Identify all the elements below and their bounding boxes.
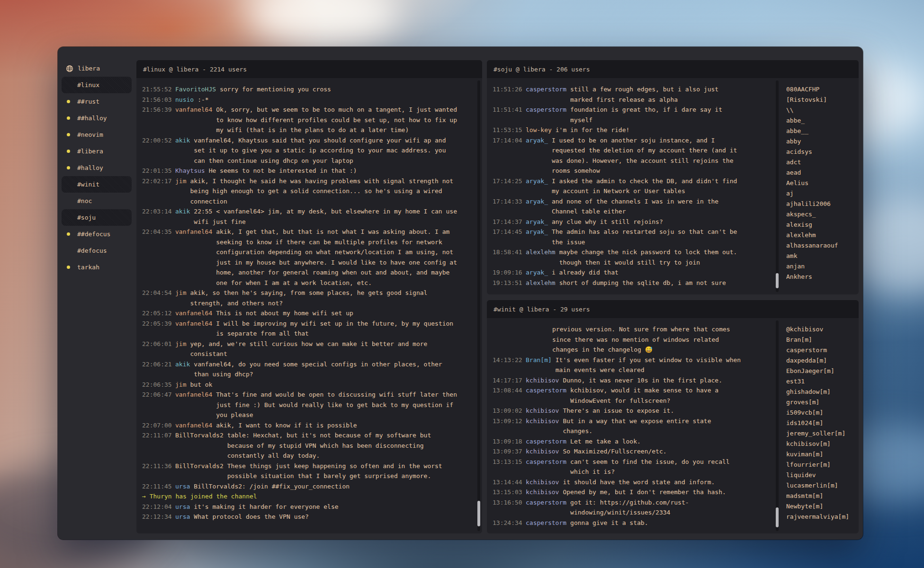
userlist-item[interactable]: EbonJaeger[m]	[786, 366, 859, 376]
userlist-item[interactable]: Bran[m]	[786, 335, 859, 345]
soju-userlist[interactable]: 080AACFHP[Ristovski]\\abbe_abbe__abbyaci…	[780, 78, 859, 294]
userlist-item[interactable]: 080AACFHP	[786, 84, 859, 95]
userlist-item[interactable]: liquidev	[786, 470, 859, 480]
nickname[interactable]: casperstorm	[526, 105, 566, 115]
userlist-item[interactable]: aead	[786, 168, 859, 178]
nickname[interactable]: akik	[175, 206, 190, 217]
nickname[interactable]: kchibisov	[526, 446, 559, 457]
nickname[interactable]: aryak_	[526, 227, 548, 237]
sidebar-item-winit[interactable]: #winit	[62, 176, 132, 193]
nickname[interactable]: aryak_	[526, 176, 548, 186]
nickname[interactable]: casperstorm	[526, 497, 566, 508]
nickname[interactable]: vanfanel64	[175, 105, 212, 115]
userlist-item[interactable]: i509vcb[m]	[786, 408, 859, 418]
nickname[interactable]: FavoritoHJS	[175, 84, 216, 95]
sidebar-item-neovim[interactable]: #neovim	[62, 126, 132, 143]
userlist-item[interactable]: abby	[786, 136, 859, 147]
userlist-item[interactable]: ajhalili2006	[786, 199, 859, 209]
nickname[interactable]: akik	[175, 359, 190, 370]
userlist-item[interactable]: @kchibisov	[786, 324, 859, 335]
userlist-item[interactable]: groves[m]	[786, 397, 859, 408]
nickname[interactable]: casperstorm	[526, 457, 566, 467]
pane-winit-header[interactable]: #winit @ libera - 29 users	[487, 300, 859, 318]
userlist-item[interactable]: abbe_	[786, 115, 859, 126]
sidebar-item-rust[interactable]: ##rust	[62, 93, 132, 110]
nickname[interactable]: alexlehm	[526, 278, 556, 288]
scrollbar-thumb[interactable]	[477, 501, 480, 526]
userlist-item[interactable]: adct	[786, 157, 859, 168]
nickname[interactable]: ursa	[175, 512, 190, 522]
userlist-item[interactable]: rajveermalviya[m]	[786, 512, 859, 522]
nickname[interactable]: vanfanel64	[175, 227, 212, 237]
linux-messages[interactable]: 21:55:52FavoritoHJSsorry for mentioning …	[136, 78, 476, 533]
nickname[interactable]: BillTorvalds2	[175, 461, 224, 471]
nickname[interactable]: kchibisov	[526, 487, 559, 497]
nickname[interactable]: jim	[175, 339, 186, 349]
sidebar-server-libera[interactable]: libera	[62, 60, 132, 77]
nickname[interactable]: ursa	[175, 502, 190, 512]
sidebar-item-soju[interactable]: #soju	[62, 209, 132, 226]
nickname[interactable]: aryak_	[526, 196, 548, 207]
userlist-item[interactable]: kchibisov[m]	[786, 439, 859, 449]
nickname[interactable]: vanfanel64	[175, 308, 212, 319]
nickname[interactable]: kchibisov	[526, 477, 559, 488]
nickname[interactable]: vanfanel64	[175, 390, 212, 400]
sidebar-item-halloy[interactable]: ##halloy	[62, 110, 132, 126]
userlist-item[interactable]: alexisg	[786, 220, 859, 230]
userlist-item[interactable]: abbe__	[786, 126, 859, 136]
sidebar-item-halloy[interactable]: #halloy	[62, 160, 132, 176]
pane-linux-header[interactable]: #linux @ libera - 2214 users	[136, 60, 482, 78]
nickname[interactable]: ursa	[175, 481, 190, 492]
nickname[interactable]: vanfanel64	[175, 319, 212, 329]
userlist-item[interactable]: daxpedda[m]	[786, 355, 859, 366]
userlist-item[interactable]: Ankhers	[786, 272, 859, 282]
nickname[interactable]: casperstorm	[526, 518, 566, 528]
sidebar-item-noc[interactable]: #noc	[62, 193, 132, 209]
userlist-item[interactable]: jeremy_soller[m]	[786, 428, 859, 439]
soju-messages[interactable]: 11:51:26casperstormstill a few rough edg…	[487, 78, 775, 294]
userlist-item[interactable]: alexlehm	[786, 230, 859, 240]
userlist-item[interactable]: akspecs_	[786, 209, 859, 220]
winit-userlist[interactable]: @kchibisovBran[m]casperstormdaxpedda[m]E…	[780, 318, 859, 533]
sidebar-item-tarkah[interactable]: tarkah	[62, 259, 132, 275]
scrollbar-thumb[interactable]	[776, 273, 779, 288]
userlist-item[interactable]: ghishadow[m]	[786, 387, 859, 397]
nickname[interactable]: Bran[m]	[526, 355, 552, 365]
userlist-item[interactable]: est31	[786, 376, 859, 387]
nickname[interactable]: casperstorm	[526, 385, 566, 396]
nickname[interactable]: aryak_	[526, 217, 548, 227]
userlist-item[interactable]: alhassanaraouf	[786, 240, 859, 251]
nickname[interactable]: jim	[175, 288, 186, 298]
sidebar-item-libera[interactable]: #libera	[62, 143, 132, 160]
userlist-item[interactable]: amk	[786, 251, 859, 261]
userlist-item[interactable]: kuviman[m]	[786, 449, 859, 460]
sidebar-item-defocus[interactable]: ##defocus	[62, 226, 132, 242]
nickname[interactable]: alexlehm	[526, 247, 556, 257]
nickname[interactable]: kchibisov	[526, 406, 559, 416]
nickname[interactable]: jim	[175, 380, 186, 390]
userlist-item[interactable]: Aelius	[786, 178, 859, 188]
userlist-item[interactable]: anjan	[786, 261, 859, 272]
userlist-item[interactable]: \\	[786, 105, 859, 115]
sidebar-item-linux[interactable]: #linux	[62, 77, 132, 93]
nickname[interactable]: kchibisov	[526, 416, 559, 426]
nickname[interactable]: low-key	[526, 125, 552, 135]
nickname[interactable]: aryak_	[526, 135, 548, 146]
nickname[interactable]: BillTorvalds2	[175, 430, 224, 441]
scrollbar-thumb[interactable]	[776, 507, 779, 527]
nickname[interactable]: casperstorm	[526, 436, 566, 447]
userlist-item[interactable]: casperstorm	[786, 345, 859, 355]
userlist-item[interactable]: lucasmerlin[m]	[786, 480, 859, 491]
nickname[interactable]: vanfanel64	[175, 420, 212, 431]
userlist-item[interactable]: aj	[786, 188, 859, 199]
nickname[interactable]: kchibisov	[526, 375, 559, 386]
nickname[interactable]: nusio	[175, 95, 194, 105]
winit-messages[interactable]: previous version. Not sure from where th…	[487, 318, 775, 533]
pane-soju-header[interactable]: #soju @ libera - 206 users	[487, 60, 859, 78]
userlist-item[interactable]: lfourrier[m]	[786, 460, 859, 470]
nickname[interactable]: akik	[175, 135, 190, 146]
userlist-item[interactable]: [Ristovski]	[786, 95, 859, 105]
userlist-item[interactable]: Newbyte[m]	[786, 501, 859, 512]
userlist-item[interactable]: acidsys	[786, 147, 859, 157]
sidebar-item-defocus[interactable]: #defocus	[62, 242, 132, 259]
